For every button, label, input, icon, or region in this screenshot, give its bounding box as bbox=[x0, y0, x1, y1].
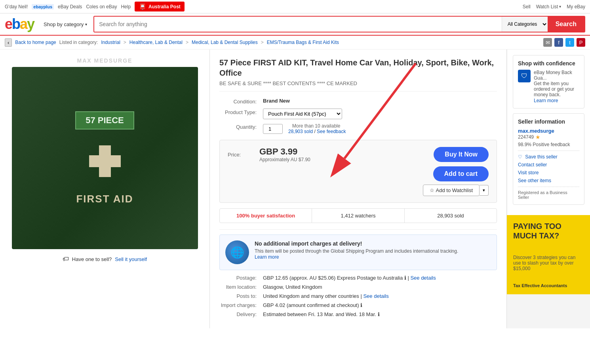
shipping-learn-more-link[interactable]: Learn more bbox=[255, 254, 279, 260]
caret-icon: ▾ bbox=[85, 22, 87, 27]
confidence-detail: Get the item you ordered or get your mon… bbox=[534, 81, 579, 97]
sell-link[interactable]: Sell bbox=[523, 4, 531, 10]
see-feedback-link[interactable]: See feedback bbox=[317, 129, 346, 134]
main-container: MAX MEDSURGE 57 PIECE FIRST AID 🏷 Have o… bbox=[0, 50, 590, 328]
social-share-icons: ✉ f t P bbox=[543, 38, 585, 47]
seller-name[interactable]: max.medsurge bbox=[518, 128, 579, 134]
price-amount: GBP 3.99 bbox=[259, 147, 310, 157]
ad-banner[interactable]: PAYING TOO MUCH TAX? Discover 3 strategi… bbox=[507, 215, 590, 294]
breadcrumb-ems[interactable]: EMS/Trauma Bags & First Aid Kits bbox=[267, 40, 339, 45]
price-label: Price: bbox=[228, 152, 251, 158]
product-type-label: Product Type: bbox=[219, 109, 263, 115]
product-details: 57 Piece FIRST AID KIT, Travel Home Car … bbox=[210, 50, 507, 328]
shipping-section: 🌐 No additional import charges at delive… bbox=[219, 229, 497, 317]
item-location-row: Item location: Glasgow, United Kingdom bbox=[219, 284, 497, 290]
condition-row: Condition: Brand New bbox=[219, 98, 497, 105]
search-button[interactable]: Search bbox=[548, 17, 584, 32]
satisfaction-item-watchers: 1,412 watchers bbox=[312, 209, 404, 223]
breadcrumb-industrial[interactable]: Industrial bbox=[101, 40, 120, 45]
help-link[interactable]: Help bbox=[121, 4, 131, 10]
save-seller-link[interactable]: ♡ Save this seller bbox=[518, 154, 579, 160]
heart-icon: ♡ bbox=[518, 154, 522, 160]
add-to-watchlist-button[interactable]: ☆ Add to Watchlist bbox=[423, 185, 480, 196]
price-section: Price: GBP 3.99 Approximately AU $7.90 B… bbox=[219, 140, 497, 203]
quantity-input[interactable] bbox=[263, 124, 283, 134]
breadcrumb-healthcare[interactable]: Healthcare, Lab & Dental bbox=[129, 40, 183, 45]
ebay-deals-link[interactable]: eBay Deals bbox=[58, 4, 82, 10]
confidence-title: Shop with confidence bbox=[518, 60, 579, 67]
divider bbox=[518, 151, 579, 151]
postage-label: Postage: bbox=[219, 275, 263, 281]
have-one-to-sell-text: Have one to sell? bbox=[72, 256, 112, 262]
confidence-shield-text: eBay Money Back Gua... bbox=[534, 70, 579, 81]
first-aid-text: FIRST AID bbox=[76, 193, 133, 205]
satisfaction-bar: 100% buyer satisfaction 1,412 watchers 2… bbox=[219, 208, 497, 223]
buy-now-button[interactable]: Buy It Now bbox=[434, 147, 489, 162]
sidebar: Shop with confidence 🛡 eBay Money Back G… bbox=[507, 50, 590, 215]
coles-link[interactable]: Coles on eBay bbox=[86, 4, 117, 10]
search-bar: All Categories Search bbox=[93, 16, 585, 32]
breadcrumb-bar: ‹ Back to home page Listed in category: … bbox=[0, 36, 590, 50]
add-to-cart-button[interactable]: Add to cart bbox=[433, 166, 489, 181]
delivery-row: Delivery: Estimated between Fri. 13 Mar.… bbox=[219, 311, 497, 317]
seller-info-box: Seller information max.medsurge 224749 ★… bbox=[513, 113, 584, 205]
satisfaction-item-sold: 28,903 sold bbox=[405, 209, 497, 223]
posts-to-label: Posts to: bbox=[219, 293, 263, 299]
global-shipping-box: 🌐 No additional import charges at delive… bbox=[219, 234, 497, 270]
category-select[interactable]: All Categories bbox=[502, 17, 548, 32]
posts-to-value: United Kingdom and many other countries … bbox=[263, 293, 497, 299]
postage-see-details-link[interactable]: See details bbox=[410, 275, 436, 281]
pinterest-share-icon[interactable]: P bbox=[577, 38, 585, 47]
search-input[interactable] bbox=[94, 18, 501, 30]
listed-in-label: Listed in category: bbox=[59, 40, 98, 45]
satisfaction-pct-text: 100% buyer satisfaction bbox=[236, 213, 295, 219]
availability-text: More than 10 available bbox=[292, 123, 346, 129]
confidence-box: Shop with confidence 🛡 eBay Money Back G… bbox=[513, 55, 584, 109]
shipping-title: No additional import charges at delivery… bbox=[255, 240, 458, 247]
posts-to-see-details-link[interactable]: See details bbox=[363, 293, 388, 299]
divider-2 bbox=[518, 187, 579, 187]
sold-count-link[interactable]: 28,903 sold bbox=[288, 129, 313, 134]
back-button[interactable]: ‹ bbox=[5, 38, 12, 47]
greeting[interactable]: G'day Neil! bbox=[5, 4, 28, 10]
visit-store-link[interactable]: Visit store bbox=[518, 170, 579, 175]
back-to-home-link[interactable]: Back to home page bbox=[15, 40, 56, 45]
product-subtitle: BE SAFE & SURE **** BEST CONTENTS **** C… bbox=[219, 80, 497, 91]
quantity-label: Quantity: bbox=[219, 123, 263, 130]
australia-post-button[interactable]: 📮 Australia Post bbox=[135, 2, 185, 11]
my-ebay-link[interactable]: My eBay bbox=[567, 4, 585, 10]
ad-footer: Tax Effective Accountants bbox=[513, 283, 584, 288]
sell-it-bar: 🏷 Have one to sell? Sell it yourself bbox=[63, 255, 147, 263]
twitter-share-icon[interactable]: t bbox=[565, 38, 574, 47]
ebay-logo[interactable]: ebay bbox=[5, 17, 34, 31]
facebook-share-icon[interactable]: f bbox=[554, 38, 563, 47]
shop-by-category-button[interactable]: Shop by category ▾ bbox=[44, 21, 87, 27]
confidence-learn-more-link[interactable]: Learn more bbox=[534, 98, 558, 103]
import-charges-row: Import charges: GBP 4.02 (amount confirm… bbox=[219, 302, 497, 308]
product-image[interactable]: 57 PIECE FIRST AID bbox=[12, 67, 198, 249]
watchlist-icon: ☆ bbox=[430, 187, 434, 193]
watchlist-dropdown-button[interactable]: ▾ bbox=[480, 185, 489, 196]
quantity-row: Quantity: More than 10 available 28,903 … bbox=[219, 123, 497, 134]
header: ebay Shop by category ▾ All Categories S… bbox=[0, 13, 590, 36]
watchers-text: 1,412 watchers bbox=[341, 213, 375, 219]
condition-label: Condition: bbox=[219, 98, 263, 105]
email-share-icon[interactable]: ✉ bbox=[543, 38, 552, 47]
sold-total-text: 28,903 sold bbox=[437, 213, 464, 219]
product-type-select[interactable]: Pouch First Aid Kit (57pc) bbox=[263, 109, 342, 119]
top-nav: G'day Neil! ebayplus eBay Deals Coles on… bbox=[0, 0, 590, 13]
breadcrumb-medical[interactable]: Medical, Lab & Dental Supplies bbox=[192, 40, 258, 45]
price-approx: Approximately AU $7.90 bbox=[259, 157, 310, 162]
ad-headline: PAYING TOO MUCH TAX? bbox=[513, 221, 584, 240]
ad-subtitle: Discover 3 strategies you can use to sla… bbox=[513, 255, 584, 271]
sell-it-yourself-link[interactable]: Sell it yourself bbox=[115, 256, 147, 262]
see-other-items-link[interactable]: See other items bbox=[518, 178, 579, 183]
delivery-value: Estimated between Fri. 13 Mar. and Wed. … bbox=[263, 311, 497, 317]
satisfaction-item-pct: 100% buyer satisfaction bbox=[220, 209, 312, 223]
delivery-label: Delivery: bbox=[219, 311, 263, 317]
contact-seller-link[interactable]: Contact seller bbox=[518, 162, 579, 168]
import-label: Import charges: bbox=[219, 302, 263, 308]
watchlist-link[interactable]: Watch List ▾ bbox=[536, 4, 561, 10]
ebay-plus-badge[interactable]: ebayplus bbox=[32, 4, 54, 10]
feedback-percentage: 98.9% Positive feedback bbox=[518, 142, 579, 147]
